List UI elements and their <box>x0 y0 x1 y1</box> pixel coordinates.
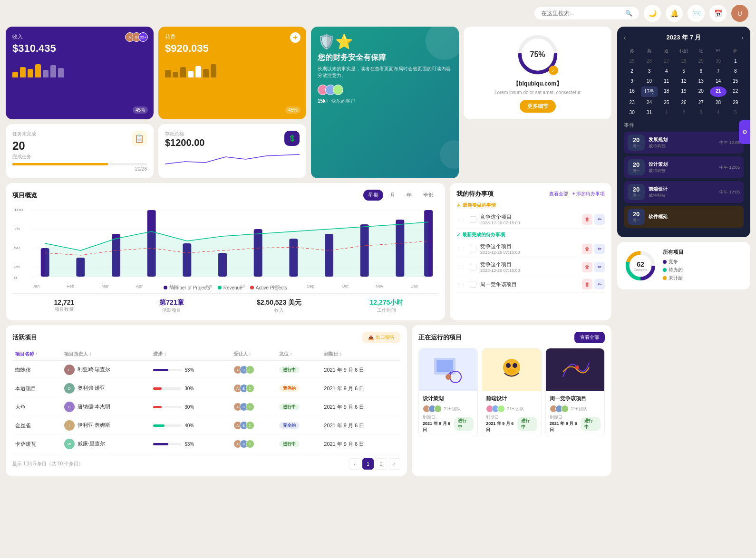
todo-checkbox-3[interactable] <box>470 264 476 270</box>
bell-icon[interactable]: 🔔 <box>666 5 683 22</box>
cal-day-17[interactable]: 17号 <box>641 87 657 97</box>
cal-day-13[interactable]: 13 <box>693 77 709 86</box>
user-avatar[interactable]: U <box>731 5 748 22</box>
cal-day-15[interactable]: 15 <box>727 77 744 86</box>
cal-day-19[interactable]: 19 <box>676 87 692 97</box>
event-item-1[interactable]: 20 周一 发展规划 威特科技 中午 12:05 <box>624 132 744 154</box>
mail-icon[interactable]: ✉️ <box>688 5 705 22</box>
event-date-box-2: 20 周一 <box>628 159 645 175</box>
todo-checkbox-4[interactable] <box>470 281 476 288</box>
cal-day-16[interactable]: 16 <box>624 87 640 97</box>
calendar-next-btn[interactable]: › <box>741 34 744 41</box>
delete-button-1[interactable]: 🗑 <box>582 214 592 225</box>
cal-day-21-today[interactable]: 21 <box>710 87 726 97</box>
export-button[interactable]: 📤 出口报告 <box>362 332 400 343</box>
cal-day-20[interactable]: 20 <box>693 87 709 97</box>
cal-day-5-aug[interactable]: 5 <box>727 108 744 117</box>
project-thumb-3 <box>546 348 604 391</box>
cal-day-14[interactable]: 14 <box>710 77 726 86</box>
cal-day-4-aug[interactable]: 4 <box>710 108 726 117</box>
cal-day-25[interactable]: 25 <box>624 57 640 66</box>
cal-day-3-aug[interactable]: 3 <box>693 108 709 117</box>
cal-day-1-aug[interactable]: 1 <box>659 108 675 117</box>
event-date-box-1: 20 周一 <box>628 135 645 151</box>
cal-day-22[interactable]: 22 <box>727 87 744 97</box>
cal-day-27-jul[interactable]: 27 <box>693 98 709 107</box>
cal-day-18[interactable]: 18 <box>659 87 675 97</box>
drag-handle-3[interactable]: ⋮⋮ <box>456 264 466 269</box>
search-input[interactable] <box>541 10 621 17</box>
cal-day-9[interactable]: 9 <box>624 77 640 86</box>
delete-button-2[interactable]: 🗑 <box>582 244 592 254</box>
cal-day-7[interactable]: 7 <box>710 67 726 76</box>
row-assignees: A B C <box>231 416 276 435</box>
cal-day-2[interactable]: 2 <box>624 67 640 76</box>
tab-week[interactable]: 星期 <box>363 190 383 201</box>
todo-checkbox-2[interactable] <box>470 246 476 252</box>
cal-day-28[interactable]: 28 <box>676 57 692 66</box>
todo-actions-1: 🗑 ✏ <box>582 214 605 225</box>
cal-day-12[interactable]: 12 <box>676 77 692 86</box>
cal-day-2-aug[interactable]: 2 <box>676 108 692 117</box>
edit-button-3[interactable]: ✏ <box>594 262 605 272</box>
cal-day-29-jul[interactable]: 29 <box>727 98 744 107</box>
page-2-btn[interactable]: 2 <box>376 458 387 470</box>
cal-day-5[interactable]: 5 <box>676 67 692 76</box>
cal-day-24[interactable]: 24 <box>641 98 657 107</box>
cal-day-3[interactable]: 3 <box>641 67 657 76</box>
cal-day-26-jul[interactable]: 26 <box>676 98 692 107</box>
delete-button-3[interactable]: 🗑 <box>582 262 592 272</box>
drag-handle-1[interactable]: ⋮⋮ <box>456 217 466 222</box>
cal-day-8[interactable]: 8 <box>727 67 744 76</box>
cal-day-29[interactable]: 29 <box>693 57 709 66</box>
search-box[interactable]: 🔍 <box>534 7 639 19</box>
todo-actions[interactable]: 查看全部 + 添加待办事项 <box>549 191 605 197</box>
project-status-3: 进行中 <box>581 417 601 431</box>
topbar: 🔍 🌙 🔔 ✉️ 📅 U <box>0 0 756 27</box>
cal-day-23[interactable]: 23 <box>624 98 640 107</box>
tab-month[interactable]: 月 <box>385 190 400 201</box>
col-name: 项目名称 ↑ <box>12 348 61 361</box>
cal-day-6[interactable]: 6 <box>693 67 709 76</box>
donut-center: 62 Compete <box>634 260 647 271</box>
bar-6 <box>50 65 56 77</box>
page-buttons[interactable]: ‹ 1 2 › <box>349 458 400 470</box>
todo-checkbox-1[interactable] <box>470 216 476 223</box>
calendar-prev-btn[interactable]: ‹ <box>624 34 626 41</box>
event-item-2[interactable]: 20 周一 设计策划 威特科技 中午 12:05 <box>624 156 744 178</box>
drag-handle-2[interactable]: ⋮⋮ <box>456 246 466 251</box>
edit-button-1[interactable]: ✏ <box>594 214 605 225</box>
more-details-button[interactable]: 更多细节 <box>520 100 556 113</box>
view-all-button[interactable]: 查看全部 <box>574 332 605 343</box>
next-page-btn[interactable]: › <box>389 458 400 470</box>
view-all-link[interactable]: 查看全部 <box>549 191 568 197</box>
delete-button-4[interactable]: 🗑 <box>582 279 592 289</box>
cal-day-28[interactable]: 28 <box>710 98 726 107</box>
edit-button-2[interactable]: ✏ <box>594 244 605 254</box>
cal-day-30[interactable]: 30 <box>710 57 726 66</box>
cal-day-30-jul[interactable]: 30 <box>624 108 640 117</box>
cal-day-4[interactable]: 4 <box>659 67 675 76</box>
donut-container: 62 Compete <box>624 249 657 282</box>
calendar-icon[interactable]: 📅 <box>709 5 727 22</box>
cal-day-27[interactable]: 27 <box>659 57 675 66</box>
moon-icon[interactable]: 🌙 <box>644 5 661 22</box>
add-todo-link[interactable]: + 添加待办事项 <box>572 191 605 197</box>
circle-desc: Lorem ipsum dolor sat amet, consectetur <box>494 90 581 95</box>
drag-handle-4[interactable]: ⋮⋮ <box>456 282 466 287</box>
cal-day-11[interactable]: 11 <box>659 77 675 86</box>
prev-page-btn[interactable]: ‹ <box>349 458 360 470</box>
edit-button-4[interactable]: ✏ <box>594 279 605 289</box>
cal-day-25-jul[interactable]: 25 <box>659 98 675 107</box>
cal-day-26[interactable]: 26 <box>641 57 657 66</box>
event-item-4[interactable]: 20 周一 软件框架 <box>624 206 744 228</box>
tab-all[interactable]: 全部 <box>418 190 438 201</box>
calendar-settings-button[interactable]: ⚙ <box>739 120 750 144</box>
cal-day-1[interactable]: 1 <box>727 57 744 66</box>
event-item-3[interactable]: 20 周一 前端设计 威特科技 中午 12:05 <box>624 181 744 203</box>
cal-day-31[interactable]: 31 <box>641 108 657 117</box>
tab-year[interactable]: 年 <box>402 190 417 201</box>
donut-legend: 所有项目 竞争 待办的 未开始 <box>663 249 744 283</box>
cal-day-10[interactable]: 10 <box>641 77 657 86</box>
page-1-btn[interactable]: 1 <box>362 458 374 470</box>
